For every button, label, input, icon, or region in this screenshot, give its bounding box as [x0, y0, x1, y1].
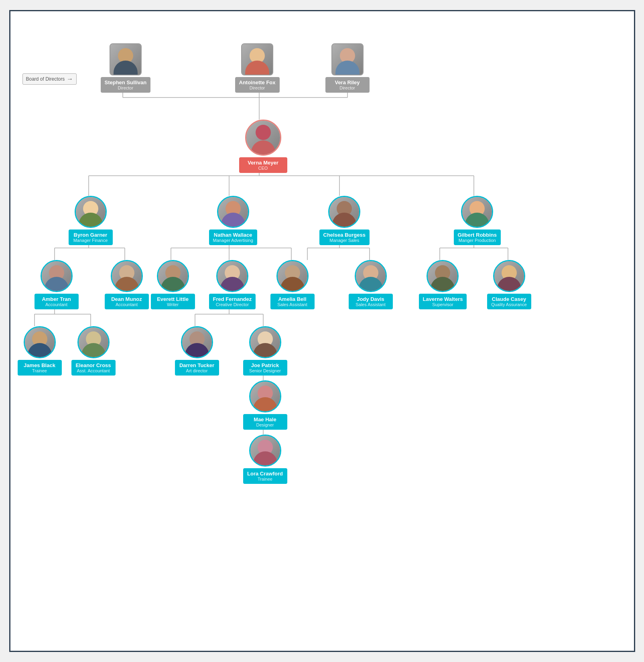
- avatar-gilbert: [461, 196, 493, 228]
- node-amelia[interactable]: Amelia Bell Sales Assistant: [270, 260, 315, 309]
- node-lora[interactable]: Lora Crawford Trainee: [243, 435, 287, 484]
- avatar-joe: [249, 326, 281, 358]
- node-amber[interactable]: Amber Tran Accountant: [35, 260, 79, 309]
- namebox-eleanor: Eleanor Cross Asst. Accountant: [71, 360, 116, 376]
- avatar-eleanor: [77, 326, 110, 358]
- avatar-darren: [181, 326, 213, 358]
- namebox-stephen: Stephen Sullivan Director: [101, 77, 151, 93]
- namebox-nathan: Nathan Wallace Manager Advertising: [209, 229, 257, 245]
- avatar-claude: [493, 260, 525, 292]
- node-stephen[interactable]: Stephen Sullivan Director: [101, 43, 151, 93]
- namebox-jody: Jody Davis Sales Assistant: [349, 294, 393, 309]
- namebox-amelia: Amelia Bell Sales Assistant: [270, 294, 315, 309]
- namebox-antoinette: Antoinette Fox Director: [235, 77, 280, 93]
- avatar-chelsea: [328, 196, 360, 228]
- node-fred[interactable]: Fred Fernandez Creative Director: [209, 260, 256, 309]
- namebox-byron: Byron Garner Manager Finance: [69, 229, 113, 245]
- namebox-verna: Verna Meyer CEO: [239, 157, 287, 173]
- namebox-gilbert: Gilbert Robbins Manger Production: [454, 229, 501, 245]
- avatar-verna: [245, 120, 281, 156]
- avatar-dean: [111, 260, 143, 292]
- node-joe[interactable]: Joe Patrick Senior Designer: [243, 326, 287, 376]
- avatar-everett: [157, 260, 189, 292]
- avatar-byron: [75, 196, 107, 228]
- namebox-joe: Joe Patrick Senior Designer: [243, 360, 287, 376]
- node-claude[interactable]: Claude Casey Quality Assurance: [487, 260, 531, 309]
- avatar-stephen: [110, 43, 142, 75]
- namebox-dean: Dean Munoz Accountant: [105, 294, 149, 309]
- node-mae[interactable]: Mae Hale Designer: [243, 380, 287, 430]
- avatar-james: [24, 326, 56, 358]
- avatar-mae: [249, 380, 281, 412]
- namebox-everett: Everett Little Writer: [151, 294, 195, 309]
- avatar-antoinette: [241, 43, 273, 75]
- node-verna[interactable]: Verna Meyer CEO: [239, 120, 287, 173]
- avatar-amelia: [276, 260, 309, 292]
- node-chelsea[interactable]: Chelsea Burgess Manager Sales: [319, 196, 370, 245]
- namebox-lora: Lora Crawford Trainee: [243, 468, 287, 484]
- node-james[interactable]: James Black Trainee: [18, 326, 62, 376]
- node-nathan[interactable]: Nathan Wallace Manager Advertising: [209, 196, 257, 245]
- namebox-claude: Claude Casey Quality Assurance: [487, 294, 531, 309]
- avatar-nathan: [217, 196, 249, 228]
- node-darren[interactable]: Darren Tucker Art director: [175, 326, 219, 376]
- avatar-lora: [249, 435, 281, 467]
- namebox-james: James Black Trainee: [18, 360, 62, 376]
- node-laverne[interactable]: Laverne Walters Supervisor: [419, 260, 467, 309]
- node-vera[interactable]: Vera Riley Director: [325, 43, 370, 93]
- namebox-vera: Vera Riley Director: [325, 77, 370, 93]
- avatar-laverne: [427, 260, 459, 292]
- node-gilbert[interactable]: Gilbert Robbins Manger Production: [454, 196, 501, 245]
- avatar-fred: [216, 260, 248, 292]
- node-everett[interactable]: Everett Little Writer: [151, 260, 195, 309]
- avatar-vera: [331, 43, 364, 75]
- org-chart: Board of Directors: [9, 10, 635, 652]
- node-byron[interactable]: Byron Garner Manager Finance: [69, 196, 113, 245]
- namebox-fred: Fred Fernandez Creative Director: [209, 294, 256, 309]
- node-jody[interactable]: Jody Davis Sales Assistant: [349, 260, 393, 309]
- avatar-amber: [41, 260, 73, 292]
- node-dean[interactable]: Dean Munoz Accountant: [105, 260, 149, 309]
- board-label: Board of Directors: [22, 73, 77, 85]
- node-eleanor[interactable]: Eleanor Cross Asst. Accountant: [71, 326, 116, 376]
- avatar-jody: [355, 260, 387, 292]
- namebox-amber: Amber Tran Accountant: [35, 294, 79, 309]
- node-antoinette[interactable]: Antoinette Fox Director: [235, 43, 280, 93]
- namebox-laverne: Laverne Walters Supervisor: [419, 294, 467, 309]
- namebox-darren: Darren Tucker Art director: [175, 360, 219, 376]
- namebox-chelsea: Chelsea Burgess Manager Sales: [319, 229, 370, 245]
- namebox-mae: Mae Hale Designer: [243, 414, 287, 430]
